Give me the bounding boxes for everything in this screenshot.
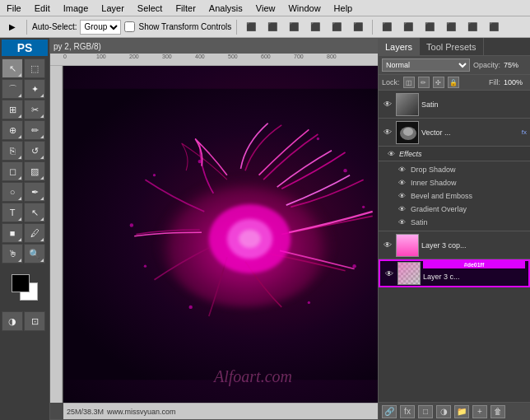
ruler-mark-600: 600 bbox=[261, 54, 271, 59]
show-transform-checkbox[interactable] bbox=[124, 21, 135, 32]
distribute-hcenter-btn[interactable]: ⬛ bbox=[463, 19, 481, 35]
gradient-tool[interactable]: ▨ bbox=[24, 161, 45, 181]
menu-image[interactable]: Image bbox=[60, 3, 92, 13]
canvas-area: py 2, RGB/8) 0 100 200 300 400 500 600 bbox=[49, 38, 378, 420]
menu-select[interactable]: Select bbox=[134, 3, 166, 13]
selection-tool[interactable]: ⬚ bbox=[24, 58, 45, 78]
create-layer-btn[interactable]: + bbox=[472, 405, 487, 418]
distribute-right-btn[interactable]: ⬛ bbox=[485, 19, 503, 35]
effect-satin[interactable]: 👁 Satin bbox=[398, 216, 527, 229]
effect-drop-shadow-eye[interactable]: 👁 bbox=[398, 166, 408, 174]
zoom-tool[interactable]: 🔍 bbox=[24, 244, 45, 264]
menu-view[interactable]: View bbox=[253, 3, 279, 13]
history-brush-tool[interactable]: ↺ bbox=[24, 141, 45, 161]
effect-gradient-overlay[interactable]: 👁 Gradient Overlay bbox=[398, 203, 527, 216]
ps-logo[interactable]: PS bbox=[2, 40, 48, 56]
brush-tool[interactable]: ✏ bbox=[24, 120, 45, 140]
slice-tool[interactable]: ✂ bbox=[24, 100, 45, 119]
move-tool[interactable]: ↖ bbox=[2, 58, 23, 78]
effect-gradient-overlay-eye[interactable]: 👁 bbox=[398, 205, 408, 213]
menu-layer[interactable]: Layer bbox=[98, 3, 128, 13]
align-top-btn[interactable]: ⬛ bbox=[242, 19, 260, 35]
add-mask-btn[interactable]: □ bbox=[418, 405, 433, 418]
align-right-btn[interactable]: ⬛ bbox=[349, 19, 367, 35]
align-left-btn[interactable]: ⬛ bbox=[306, 19, 324, 35]
layer-vector-eye[interactable]: 👁 bbox=[382, 127, 393, 138]
layer-3-eye[interactable]: 👁 bbox=[384, 268, 395, 279]
lock-image-btn[interactable]: ✏ bbox=[418, 77, 430, 88]
tab-layers[interactable]: Layers bbox=[379, 38, 420, 55]
blend-mode-select[interactable]: Normal Multiply Screen bbox=[382, 58, 470, 72]
create-group-btn[interactable]: 📁 bbox=[454, 405, 469, 418]
align-hcenter-btn[interactable]: ⬛ bbox=[328, 19, 346, 35]
layer-vector[interactable]: 👁 Vector ... fx bbox=[379, 119, 530, 147]
screen-mode-btn[interactable]: ⊡ bbox=[24, 311, 45, 331]
effect-inner-shadow-eye[interactable]: 👁 bbox=[398, 179, 408, 187]
shape-tool[interactable]: ■ bbox=[2, 223, 23, 243]
menu-edit[interactable]: Edit bbox=[31, 3, 53, 13]
menu-window[interactable]: Window bbox=[285, 3, 323, 13]
menu-file[interactable]: File bbox=[3, 3, 25, 13]
layer-satin-eye[interactable]: 👁 bbox=[382, 99, 393, 110]
eyedropper-tool[interactable]: 🖰 bbox=[2, 244, 23, 264]
lock-position-btn[interactable]: ✣ bbox=[433, 77, 444, 88]
opacity-value: 75% bbox=[504, 61, 527, 69]
tab-tool-presets[interactable]: Tool Presets bbox=[420, 38, 484, 55]
lasso-tool[interactable]: ⌒ bbox=[2, 79, 23, 99]
effects-group-header: 👁 Effects 👁 Drop Shadow 👁 Inner Shadow 👁 bbox=[379, 147, 530, 231]
align-vcenter-btn[interactable]: ⬛ bbox=[263, 19, 281, 35]
eraser-tool[interactable]: ◻ bbox=[2, 161, 23, 181]
link-layers-btn[interactable]: 🔗 bbox=[382, 405, 397, 418]
layer-3[interactable]: 👁 #de01ff Layer 3 c... bbox=[379, 259, 530, 287]
effects-group-row[interactable]: 👁 Effects bbox=[379, 147, 530, 161]
svg-point-17 bbox=[403, 128, 413, 136]
foreground-color[interactable] bbox=[12, 274, 30, 292]
effect-satin-eye[interactable]: 👁 bbox=[398, 218, 408, 226]
add-layer-style-btn[interactable]: fx bbox=[400, 405, 415, 418]
lock-transparent-btn[interactable]: ◫ bbox=[403, 77, 415, 88]
panel-bottom: 🔗 fx □ ◑ 📁 + 🗑 bbox=[379, 402, 530, 420]
layer-3-copy-eye[interactable]: 👁 bbox=[382, 240, 393, 251]
svg-point-14 bbox=[153, 174, 156, 176]
create-adjustment-btn[interactable]: ◑ bbox=[436, 405, 451, 418]
effect-bevel-emboss-eye[interactable]: 👁 bbox=[398, 192, 408, 200]
distribute-left-btn[interactable]: ⬛ bbox=[442, 19, 460, 35]
menu-help[interactable]: Help bbox=[331, 3, 356, 13]
auto-select-dropdown[interactable]: Group Layer bbox=[80, 20, 121, 35]
effect-drop-shadow[interactable]: 👁 Drop Shadow bbox=[398, 163, 527, 176]
menu-analysis[interactable]: Analysis bbox=[206, 3, 246, 13]
distribute-vcenter-btn[interactable]: ⬛ bbox=[399, 19, 417, 35]
crop-tool[interactable]: ⊞ bbox=[2, 100, 23, 119]
tool-row-2: ⌒ ✦ bbox=[2, 79, 48, 99]
magic-wand-tool[interactable]: ✦ bbox=[24, 79, 45, 99]
effect-bevel-emboss[interactable]: 👁 Bevel and Emboss bbox=[398, 189, 527, 203]
distribute-bottom-btn[interactable]: ⬛ bbox=[421, 19, 439, 35]
effect-inner-shadow[interactable]: 👁 Inner Shadow bbox=[398, 176, 527, 189]
move-tool-btn[interactable]: ▶ bbox=[3, 19, 21, 35]
layer-3-copy[interactable]: 👁 Layer 3 cop... bbox=[379, 231, 530, 259]
type-tool[interactable]: T bbox=[2, 203, 23, 222]
lock-all-btn[interactable]: 🔒 bbox=[448, 77, 459, 88]
dodge-tool[interactable]: ○ bbox=[2, 182, 23, 202]
align-bottom-btn[interactable]: ⬛ bbox=[285, 19, 303, 35]
distribute-top-btn[interactable]: ⬛ bbox=[378, 19, 396, 35]
spot-heal-tool[interactable]: ⊕ bbox=[2, 120, 23, 140]
layers-panel: Layers Tool Presets Normal Multiply Scre… bbox=[378, 38, 530, 420]
notes-tool[interactable]: 🖊 bbox=[24, 223, 45, 243]
clone-stamp-tool[interactable]: ⎘ bbox=[2, 141, 23, 161]
canvas-content[interactable]: Alfoart.com bbox=[63, 66, 378, 403]
ruler-vertical bbox=[50, 66, 63, 403]
effects-list: 👁 Drop Shadow 👁 Inner Shadow 👁 Bevel and… bbox=[379, 161, 530, 231]
delete-layer-btn[interactable]: 🗑 bbox=[490, 405, 505, 418]
path-selection-tool[interactable]: ↖ bbox=[24, 203, 45, 222]
svg-point-11 bbox=[188, 306, 192, 309]
effects-group-eye[interactable]: 👁 bbox=[385, 148, 397, 160]
menu-filter[interactable]: Filter bbox=[172, 3, 198, 13]
toolbox: PS ↖ ⬚ ⌒ ✦ ⊞ ✂ ⊕ ✏ ⎘ ↺ ◻ ▨ ○ ✒ T bbox=[0, 38, 49, 420]
effect-inner-shadow-name: Inner Shadow bbox=[411, 179, 457, 187]
pen-tool[interactable]: ✒ bbox=[24, 182, 45, 202]
quick-mask-btn[interactable]: ◑ bbox=[2, 311, 23, 331]
svg-point-9 bbox=[352, 264, 356, 268]
color-wrapper bbox=[12, 274, 38, 301]
layer-satin[interactable]: 👁 Satin bbox=[379, 91, 530, 119]
